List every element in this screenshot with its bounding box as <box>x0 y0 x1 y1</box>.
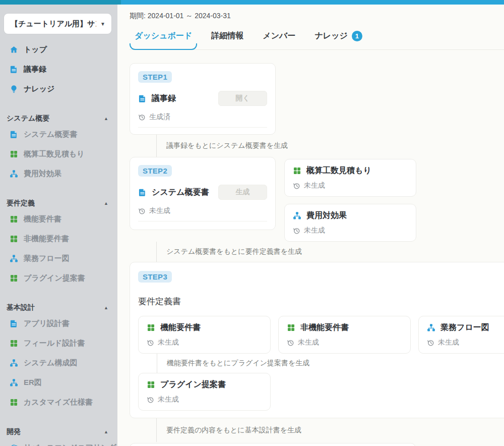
sidebar-item-knowledge[interactable]: ナレッジ <box>0 79 117 99</box>
document-icon <box>138 94 147 103</box>
main-content: 期間: 2024-01-01 ～ 2024-03-31 ダッシュボード 詳細情報… <box>117 5 504 446</box>
grid-icon <box>10 274 18 283</box>
sidebar-section-basic-design[interactable]: 基本設計 ▲ <box>0 302 117 314</box>
flow-connector: 議事録をもとにシステム概要書を生成 <box>130 135 504 157</box>
sidebar-item-label: 機能要件書 <box>24 214 61 224</box>
sidebar-section-development[interactable]: 開発 ▲ <box>0 426 117 438</box>
sidebar-item-label: カスタマイズ仕様書 <box>24 398 93 407</box>
grid-icon <box>10 398 18 407</box>
functional-requirements-card[interactable]: 機能要件書 未生成 <box>138 316 271 354</box>
open-button[interactable]: 開く <box>218 91 267 106</box>
grid-icon <box>287 323 295 332</box>
sidebar-item-app-design[interactable]: アプリ設計書 <box>0 314 117 333</box>
tab-label: メンバー <box>263 31 295 41</box>
flow-connector: 要件定義の内容をもとに基本設計書を生成 <box>130 418 504 442</box>
tab-knowledge[interactable]: ナレッジ 1 <box>309 31 367 49</box>
sitemap-icon <box>10 170 18 178</box>
project-selector[interactable]: 【チュートリアル用】サンプ… ▼ <box>4 14 111 34</box>
tab-dashboard[interactable]: ダッシュボード <box>130 31 197 49</box>
business-flow-card[interactable]: 業務フロー図 未生成 <box>418 316 504 354</box>
grid-icon <box>147 380 155 389</box>
divider <box>138 127 267 128</box>
document-title: システム概要書 <box>152 187 209 198</box>
sidebar-item-label: リバースエンジニアリング <box>24 443 116 446</box>
history-icon <box>147 396 154 404</box>
status-text: 未生成 <box>304 181 325 190</box>
history-icon <box>147 339 154 347</box>
generate-button[interactable]: 生成 <box>218 185 267 200</box>
sidebar-item-field-design[interactable]: フィールド設計書 <box>0 333 117 353</box>
history-icon <box>427 339 434 347</box>
plugin-proposal-card[interactable]: プラグイン提案書 未生成 <box>138 373 271 411</box>
sidebar-item-reverse-engineering[interactable]: リバースエンジニアリング <box>0 438 117 446</box>
step4-card: STEP4 基本設計書 <box>130 443 416 446</box>
status-text: 未生成 <box>304 226 325 235</box>
sidebar-item-nonfunctional-requirements[interactable]: 非機能要件書 <box>0 229 117 249</box>
sidebar-item-cost-effectiveness[interactable]: 費用対効果 <box>0 164 117 184</box>
sidebar-item-label: ER図 <box>24 378 42 387</box>
document-title: 概算工数見積もり <box>306 165 371 176</box>
sidebar-item-top[interactable]: トップ <box>0 40 117 60</box>
sidebar-item-effort-estimate[interactable]: 概算工数見積もり <box>0 144 117 164</box>
document-title: プラグイン提案書 <box>160 379 226 390</box>
document-title: 議事録 <box>152 93 176 104</box>
history-icon <box>293 182 300 190</box>
step3-badge: STEP3 <box>138 271 172 283</box>
connector-label: 要件定義の内容をもとに基本設計書を生成 <box>166 426 301 435</box>
sidebar-section-system-overview[interactable]: システム概要 ▲ <box>0 113 117 125</box>
chevron-down-icon: ▼ <box>100 21 105 27</box>
history-icon <box>138 114 146 121</box>
section-title: 要件定義 <box>7 199 104 208</box>
tab-label: ナレッジ <box>314 31 348 41</box>
sidebar-item-functional-requirements[interactable]: 機能要件書 <box>0 209 117 229</box>
history-icon <box>287 339 294 347</box>
home-icon <box>10 45 18 54</box>
section-title: 基本設計 <box>7 303 104 312</box>
grid-icon <box>10 150 18 158</box>
status-text: 未生成 <box>298 338 319 347</box>
sidebar-item-er-diagram[interactable]: ER図 <box>0 373 117 393</box>
document-icon <box>10 319 18 328</box>
sidebar-item-label: 業務フロー図 <box>24 254 70 263</box>
chevron-up-icon: ▲ <box>104 429 108 434</box>
grid-icon <box>10 235 18 243</box>
sidebar-item-label: 概算工数見積もり <box>24 149 85 159</box>
sitemap-icon <box>293 211 301 220</box>
cost-effectiveness-card[interactable]: 費用対効果 未生成 <box>284 204 416 242</box>
effort-estimate-card[interactable]: 概算工数見積もり 未生成 <box>284 159 416 197</box>
sidebar-item-label: 非機能要件書 <box>24 234 69 244</box>
document-title: 機能要件書 <box>160 322 201 333</box>
flow-connector: システム概要書をもとに要件定義書を生成 <box>130 242 504 262</box>
tab-details[interactable]: 詳細情報 <box>206 31 248 49</box>
sidebar: 【チュートリアル用】サンプ… ▼ トップ 議事録 ナレッジ システム概要 ▲ シ… <box>0 5 117 446</box>
sidebar-item-customize-spec[interactable]: カスタマイズ仕様書 <box>0 393 117 412</box>
tab-label: ダッシュボード <box>135 31 192 41</box>
sidebar-item-minutes[interactable]: 議事録 <box>0 60 117 79</box>
period-label: 期間: 2024-01-01 ～ 2024-03-31 <box>130 12 504 21</box>
grid-icon <box>10 215 18 224</box>
sidebar-item-system-architecture[interactable]: システム構成図 <box>0 353 117 373</box>
tab-members[interactable]: メンバー <box>258 31 300 49</box>
sidebar-item-plugin-proposal[interactable]: プラグイン提案書 <box>0 268 117 288</box>
reverse-engineering-icon <box>10 443 18 446</box>
grid-icon <box>293 166 301 175</box>
sidebar-item-label: アプリ設計書 <box>24 319 70 328</box>
sidebar-section-requirements[interactable]: 要件定義 ▲ <box>0 197 117 209</box>
step2-card: STEP2 システム概要書 生成 未生成 <box>130 157 276 230</box>
section-title: システム概要 <box>7 114 104 123</box>
connector-label: 機能要件書をもとにプラグイン提案書を生成 <box>167 359 309 368</box>
step3-card: STEP3 要件定義書 機能要件書 未生成 非機能要件書 <box>130 262 504 418</box>
sidebar-item-business-flow[interactable]: 業務フロー図 <box>0 249 117 268</box>
sidebar-nav: トップ 議事録 ナレッジ システム概要 ▲ システム概要書 概算工数見積もり 費… <box>0 40 117 446</box>
status-text: 未生成 <box>158 395 179 404</box>
nonfunctional-requirements-card[interactable]: 非機能要件書 未生成 <box>278 316 411 354</box>
knowledge-count-badge: 1 <box>352 31 362 41</box>
sidebar-item-system-overview-doc[interactable]: システム概要書 <box>0 125 117 144</box>
sidebar-item-label: トップ <box>24 45 47 54</box>
history-icon <box>138 207 146 215</box>
chevron-up-icon: ▲ <box>104 305 108 310</box>
tab-bar: ダッシュボード 詳細情報 メンバー ナレッジ 1 <box>130 31 504 50</box>
sitemap-icon <box>10 254 18 263</box>
chevron-up-icon: ▲ <box>104 116 108 121</box>
requirements-heading: 要件定義書 <box>138 296 504 307</box>
